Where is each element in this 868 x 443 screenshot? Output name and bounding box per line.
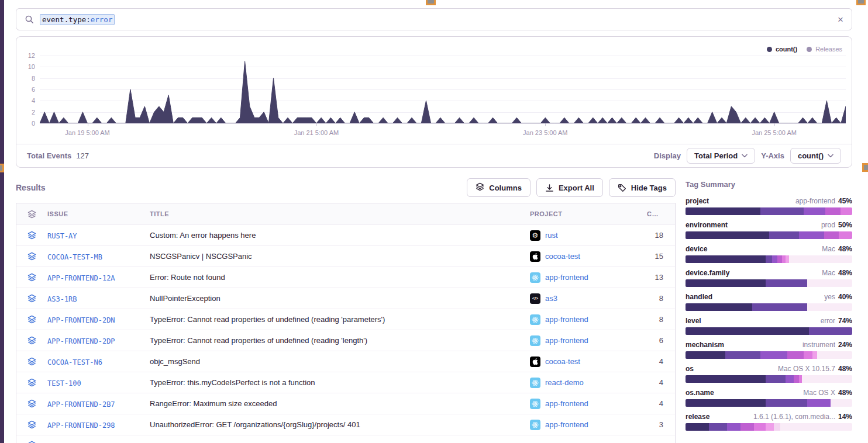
tag-bar-segment[interactable]: [766, 423, 774, 431]
issue-link[interactable]: COCOA-TEST-MB: [47, 253, 102, 261]
column-header-issue[interactable]: ISSUE: [47, 210, 150, 217]
issue-link[interactable]: APP-FRONTEND-298: [47, 421, 115, 430]
project-link[interactable]: app-frontend: [545, 420, 588, 429]
tag-bar-segment[interactable]: [769, 231, 799, 239]
tag-distribution-bar[interactable]: [686, 255, 852, 263]
project-link[interactable]: rust: [545, 231, 558, 240]
crop-handle-top-center[interactable]: [426, 0, 436, 5]
tag-distribution-bar[interactable]: [686, 423, 852, 431]
tag-distribution-bar[interactable]: [686, 399, 852, 407]
tag-distribution-bar[interactable]: [686, 351, 852, 359]
issue-stack-icon[interactable]: [16, 252, 47, 261]
tag-bar-segment[interactable]: [686, 327, 809, 335]
tag-bar-segment[interactable]: [686, 279, 766, 287]
column-header-title[interactable]: TITLE: [150, 210, 530, 217]
tag-bar-segment[interactable]: [807, 303, 852, 311]
issue-link[interactable]: APP-FRONTEND-2B7: [47, 400, 115, 409]
tag-bar-segment[interactable]: [825, 207, 841, 215]
tag-bar-segment[interactable]: [766, 399, 807, 407]
tag-bar-segment[interactable]: [817, 351, 852, 359]
issue-stack-icon[interactable]: [16, 357, 47, 366]
tag-bar-segment[interactable]: [794, 375, 799, 383]
issue-link[interactable]: AS3-1RB: [47, 295, 77, 303]
tag-distribution-bar[interactable]: [686, 327, 852, 335]
issue-link[interactable]: RUST-AY: [47, 232, 77, 240]
search-bar[interactable]: event.type:error ×: [16, 8, 852, 30]
project-link[interactable]: app-frontend: [545, 399, 588, 408]
project-link[interactable]: react-demo: [545, 378, 584, 387]
project-link[interactable]: app-frontend: [545, 336, 588, 345]
column-header-project[interactable]: PROJECT: [530, 210, 647, 217]
tag-bar-segment[interactable]: [780, 423, 852, 431]
tag-bar-segment[interactable]: [807, 279, 852, 287]
issue-link[interactable]: COCOA-TEST-N6: [47, 358, 102, 366]
tag-bar-segment[interactable]: [686, 399, 766, 407]
yaxis-dropdown[interactable]: count(): [790, 148, 841, 164]
tag-bar-segment[interactable]: [686, 231, 769, 239]
tag-bar-segment[interactable]: [831, 399, 852, 407]
search-query-token[interactable]: event.type:error: [40, 14, 115, 25]
tag-bar-segment[interactable]: [766, 375, 786, 383]
column-header-count[interactable]: COUNT()↓: [647, 210, 675, 218]
tag-bar-segment[interactable]: [841, 207, 852, 215]
tag-bar-segment[interactable]: [725, 351, 760, 359]
crop-handle-top-right[interactable]: [856, 0, 866, 5]
tag-bar-segment[interactable]: [752, 303, 807, 311]
tag-bar-segment[interactable]: [812, 351, 818, 359]
tag-bar-segment[interactable]: [766, 279, 807, 287]
tag-bar-segment[interactable]: [804, 207, 825, 215]
tag-bar-segment[interactable]: [802, 375, 852, 383]
tag-bar-segment[interactable]: [754, 423, 766, 431]
tag-distribution-bar[interactable]: [686, 375, 852, 383]
tag-bar-segment[interactable]: [786, 375, 794, 383]
issue-stack-icon[interactable]: [16, 378, 47, 387]
project-link[interactable]: app-frontend: [545, 315, 588, 324]
issue-link[interactable]: APP-FRONTEND-2DN: [47, 316, 115, 324]
tag-bar-segment[interactable]: [839, 231, 852, 239]
project-link[interactable]: cocoa-test: [545, 252, 580, 261]
crop-handle-left-middle[interactable]: [0, 164, 4, 172]
tag-bar-segment[interactable]: [686, 207, 760, 215]
tag-bar-segment[interactable]: [787, 351, 804, 359]
events-area-chart[interactable]: 024681012Jan 19 5:00 AMJan 21 5:00 AMJan…: [40, 56, 846, 123]
tag-bar-segment[interactable]: [774, 423, 780, 431]
issue-stack-icon[interactable]: [16, 420, 47, 429]
legend-item-count[interactable]: count(): [767, 46, 797, 53]
display-dropdown[interactable]: Total Period: [687, 148, 755, 164]
project-link[interactable]: as3: [545, 294, 557, 303]
tag-bar-segment[interactable]: [686, 255, 766, 263]
tag-bar-segment[interactable]: [727, 423, 740, 431]
columns-button[interactable]: Columns: [467, 178, 531, 197]
hide-tags-button[interactable]: Hide Tags: [609, 178, 676, 197]
crop-handle-right-middle[interactable]: [862, 163, 868, 172]
tag-bar-segment[interactable]: [740, 423, 754, 431]
search-clear-icon[interactable]: ×: [838, 15, 843, 25]
project-link[interactable]: cocoa-test: [545, 357, 580, 366]
issue-stack-icon[interactable]: [16, 315, 47, 324]
tag-bar-segment[interactable]: [799, 231, 824, 239]
export-all-button[interactable]: Export All: [536, 178, 603, 197]
tag-bar-segment[interactable]: [777, 255, 783, 263]
issue-link[interactable]: TEST-100: [47, 379, 81, 387]
issue-stack-icon[interactable]: [16, 399, 47, 408]
issue-icon-column-header[interactable]: [16, 210, 47, 219]
issue-stack-icon[interactable]: [16, 231, 47, 240]
issue-stack-icon[interactable]: [16, 435, 47, 443]
issue-link[interactable]: APP-FRONTEND-12A: [47, 274, 115, 282]
tag-distribution-bar[interactable]: [686, 303, 852, 311]
tag-bar-segment[interactable]: [824, 231, 839, 239]
tag-bar-segment[interactable]: [686, 423, 709, 431]
tag-distribution-bar[interactable]: [686, 231, 852, 239]
tag-distribution-bar[interactable]: [686, 279, 852, 287]
tag-bar-segment[interactable]: [686, 303, 752, 311]
issue-stack-icon[interactable]: [16, 294, 47, 303]
issue-stack-icon[interactable]: [16, 273, 47, 282]
issue-stack-icon[interactable]: [16, 336, 47, 345]
tag-bar-segment[interactable]: [686, 351, 725, 359]
tag-bar-segment[interactable]: [789, 255, 852, 263]
tag-bar-segment[interactable]: [772, 255, 777, 263]
project-link[interactable]: app-frontend: [545, 273, 588, 282]
tag-bar-segment[interactable]: [760, 207, 804, 215]
issue-link[interactable]: APP-FRONTEND-2DP: [47, 337, 115, 345]
tag-bar-segment[interactable]: [804, 351, 812, 359]
